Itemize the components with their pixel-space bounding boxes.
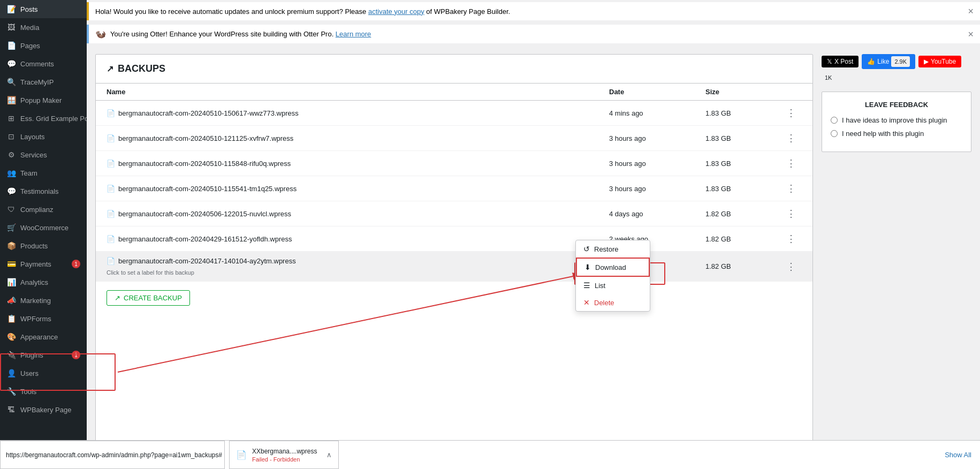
- show-all-link[interactable]: Show All: [936, 451, 980, 459]
- backup-filename-7: bergmanautocraft-com-20240417-140104-ay2…: [118, 257, 296, 265]
- backup-size-5: 1.82 GB: [705, 210, 780, 218]
- sidebar-item-appearance[interactable]: 🎨 Appearance: [0, 328, 87, 346]
- context-menu-download[interactable]: ⬇ Download: [576, 258, 650, 277]
- backup-actions-btn-2[interactable]: ⋮: [780, 131, 802, 145]
- posts-icon: 📝: [6, 4, 16, 14]
- backup-filename-5: bergmanautocraft-com-20240506-122015-nuv…: [118, 210, 291, 218]
- tracemyip-icon: 🔍: [6, 77, 16, 87]
- notice-otter-close[interactable]: ×: [968, 29, 974, 39]
- payments-badge: 1: [72, 260, 80, 268]
- download-icon: ⬇: [584, 263, 591, 271]
- status-bar-left: https://bergmanautocraft.com/wp-admin/ad…: [0, 441, 936, 469]
- sidebar-item-analytics[interactable]: 📊 Analytics: [0, 273, 87, 291]
- backup-filename-2: bergmanautocraft-com-20240510-121125-xvf…: [118, 134, 293, 142]
- col-date: Date: [609, 88, 705, 96]
- sidebar-item-payments[interactable]: 💳 Payments 1: [0, 255, 87, 273]
- sidebar-item-plugins[interactable]: 🔌 Plugins 1: [0, 346, 87, 364]
- sidebar-item-tools[interactable]: 🔧 Tools: [0, 382, 87, 400]
- sidebar-item-woocommerce[interactable]: 🛒 WooCommerce: [0, 218, 87, 237]
- backup-actions-btn-5[interactable]: ⋮: [780, 207, 802, 221]
- notice-otter: 🦦 You're using Otter! Enhance your WordP…: [87, 25, 980, 43]
- context-menu-delete[interactable]: ✕ Delete: [576, 294, 650, 311]
- popup-maker-icon: 🪟: [6, 95, 16, 105]
- services-icon: ⚙: [6, 150, 16, 160]
- users-icon: 👤: [6, 368, 16, 378]
- sidebar-item-services[interactable]: ⚙ Services: [0, 146, 87, 164]
- file-icon-6: 📄: [107, 235, 115, 243]
- products-icon: 📦: [6, 241, 16, 251]
- table-row[interactable]: 📄 bergmanautocraft-com-20240417-140104-a…: [96, 252, 812, 282]
- notice-wpbakery-close[interactable]: ×: [968, 6, 974, 16]
- sidebar-item-popup-maker[interactable]: 🪟 Popup Maker: [0, 91, 87, 109]
- layouts-icon: ⊡: [6, 132, 16, 141]
- learn-more-link[interactable]: Learn more: [336, 30, 371, 38]
- backups-table: Name Date Size 📄 bergmanautocraft-com-20…: [96, 84, 812, 282]
- file-icon-4: 📄: [107, 185, 115, 193]
- sidebar-item-team[interactable]: 👥 Team: [0, 164, 87, 182]
- sidebar-item-pages[interactable]: 📄 Pages: [0, 36, 87, 55]
- backup-actions-btn-6[interactable]: ⋮: [780, 232, 802, 246]
- context-menu-restore[interactable]: ↺ Restore: [576, 240, 650, 258]
- like-button[interactable]: 👍 Like 2.9K: [862, 54, 915, 69]
- sidebar-item-media[interactable]: 🖼 Media: [0, 18, 87, 36]
- backup-size-4: 1.83 GB: [705, 185, 780, 193]
- chevron-up-icon[interactable]: ∧: [326, 451, 332, 459]
- table-row[interactable]: 📄 bergmanautocraft-com-20240510-150617-w…: [96, 101, 812, 126]
- wpforms-icon: 📋: [6, 314, 16, 323]
- sidebar-item-wpforms[interactable]: 📋 WPForms: [0, 309, 87, 328]
- sidebar: 📝 Posts 🖼 Media 📄 Pages 💬 Comments 🔍 Tra…: [0, 0, 87, 469]
- backups-footer: ↗ CREATE BACKUP: [96, 282, 812, 314]
- feedback-option-2[interactable]: I need help with this plugin: [831, 130, 962, 138]
- main-content: Hola! Would you like to receive automati…: [87, 0, 980, 469]
- leave-feedback-box: LEAVE FEEDBACK I have ideas to improve t…: [822, 92, 971, 152]
- backup-size-7: 1.82 GB: [705, 262, 780, 270]
- backups-header: ↗ BACKUPS: [96, 55, 812, 84]
- sidebar-item-products[interactable]: 📦 Products: [0, 237, 87, 255]
- table-row[interactable]: 📄 bergmanautocraft-com-20240510-121125-x…: [96, 126, 812, 151]
- sidebar-item-comments[interactable]: 💬 Comments: [0, 55, 87, 73]
- backup-filename-4: bergmanautocraft-com-20240510-115541-tm1…: [118, 185, 297, 193]
- x-post-button[interactable]: 𝕏 X Post: [822, 56, 859, 67]
- notice-otter-text: You're using Otter! Enhance your WordPre…: [110, 30, 371, 38]
- backup-date-3: 3 hours ago: [609, 160, 705, 168]
- backup-name-1: 📄 bergmanautocraft-com-20240510-150617-w…: [107, 109, 609, 117]
- testimonials-icon: 💬: [6, 186, 16, 196]
- youtube-button[interactable]: ▶ YouTube: [918, 56, 961, 67]
- sidebar-item-posts[interactable]: 📝 Posts: [0, 0, 87, 18]
- file-icon-1: 📄: [107, 109, 115, 117]
- youtube-count-badge: 1K: [822, 72, 835, 83]
- backup-actions-btn-3[interactable]: ⋮: [780, 156, 802, 170]
- table-row[interactable]: 📄 bergmanautocraft-com-20240506-122015-n…: [96, 201, 812, 226]
- sidebar-item-testimonials[interactable]: 💬 Testimonials: [0, 182, 87, 200]
- backup-size-6: 1.82 GB: [705, 235, 780, 243]
- status-bar: https://bergmanautocraft.com/wp-admin/ad…: [0, 440, 980, 469]
- sidebar-item-wpbakery[interactable]: 🏗 WPBakery Page: [0, 400, 87, 419]
- backup-actions-btn-7[interactable]: ⋮: [780, 260, 802, 274]
- sidebar-item-tracemyip[interactable]: 🔍 TraceMyIP: [0, 73, 87, 91]
- table-row[interactable]: 📄 bergmanautocraft-com-20240510-115848-r…: [96, 151, 812, 176]
- sidebar-item-ess-grid[interactable]: ⊞ Ess. Grid Example Posts: [0, 109, 87, 127]
- backup-label-7: Click to set a label for this backup: [107, 269, 194, 276]
- media-icon: 🖼: [6, 22, 16, 32]
- marketing-icon: 📣: [6, 296, 16, 305]
- sidebar-item-complianz[interactable]: 🛡 Complianz: [0, 200, 87, 218]
- complianz-icon: 🛡: [6, 205, 16, 214]
- create-backup-button[interactable]: ↗ CREATE BACKUP: [107, 290, 190, 306]
- backup-actions-btn-1[interactable]: ⋮: [780, 106, 802, 120]
- otter-avatar: 🦦: [95, 29, 106, 39]
- activate-copy-link[interactable]: activate your copy: [368, 7, 424, 16]
- feedback-option-1[interactable]: I have ideas to improve this plugin: [831, 116, 962, 124]
- backup-date-4: 3 hours ago: [609, 185, 705, 193]
- sidebar-item-users[interactable]: 👤 Users: [0, 364, 87, 382]
- sidebar-item-marketing[interactable]: 📣 Marketing: [0, 291, 87, 309]
- notice-wpbakery-text: Hola! Would you like to receive automati…: [95, 7, 510, 16]
- sidebar-item-layouts[interactable]: ⊡ Layouts: [0, 127, 87, 146]
- feedback-radio-1[interactable]: [831, 117, 838, 124]
- context-menu-list[interactable]: ☰ List: [576, 277, 650, 294]
- payments-icon: 💳: [6, 259, 16, 269]
- table-row[interactable]: 📄 bergmanautocraft-com-20240510-115541-t…: [96, 176, 812, 201]
- backup-actions-btn-4[interactable]: ⋮: [780, 181, 802, 195]
- table-row[interactable]: 📄 bergmanautocraft-com-20240429-161512-y…: [96, 226, 812, 252]
- feedback-radio-2[interactable]: [831, 130, 838, 137]
- backup-date-2: 3 hours ago: [609, 134, 705, 142]
